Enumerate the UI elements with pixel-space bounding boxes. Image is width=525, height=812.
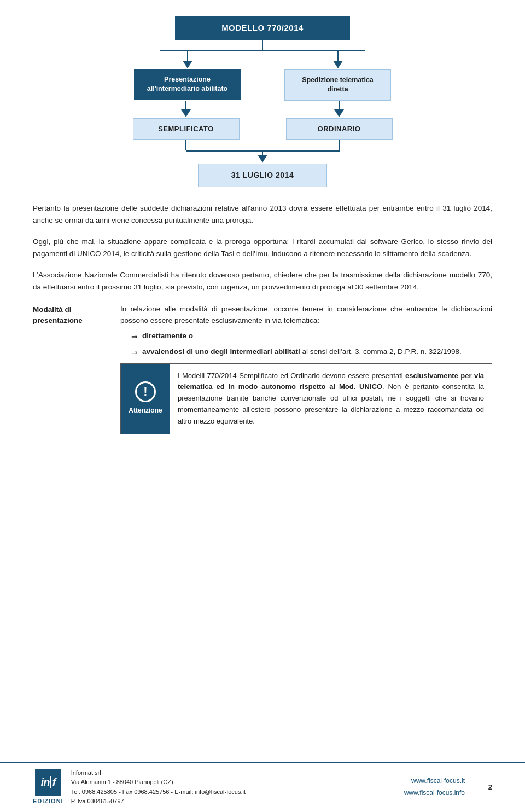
footer-logo: inf	[35, 769, 61, 796]
paragraph-1: Pertanto la presentazione delle suddette…	[33, 202, 492, 226]
right-arrow	[333, 61, 343, 68]
left-branch-box: Presentazione all'intermediario abilitat…	[134, 69, 241, 100]
footer: inf EDIZIONI Informat srl Via Alemanni 1…	[0, 762, 525, 812]
ord-conv	[286, 140, 393, 150]
diagram: MODELLO 770/2014 Presentazione all'inter…	[33, 16, 492, 187]
page: MODELLO 770/2014 Presentazione all'inter…	[0, 0, 525, 812]
ord-conv-line	[339, 140, 340, 150]
branch-row: Presentazione all'intermediario abilitat…	[133, 50, 393, 101]
ord-arrow	[334, 109, 344, 117]
footer-info: Informat srl Via Alemanni 1 - 88040 Pian…	[71, 768, 246, 807]
paragraph-3: L'Associazione Nazionale Commercialisti …	[33, 269, 492, 293]
simp-arrow	[181, 109, 191, 117]
footer-website1[interactable]: www.fiscal-focus.it	[404, 775, 465, 787]
attention-text-1: I Modelli 770/2014 Semplificato ed Ordin…	[178, 372, 405, 380]
attention-text: I Modelli 770/2014 Semplificato ed Ordin…	[170, 364, 492, 434]
footer-page-number: 2	[481, 782, 492, 793]
modalita-section: Modalità di presentazione In relazione a…	[33, 303, 492, 434]
bullet-2-rest: ai sensi dell'art. 3, comma 2, D.P.R. n.…	[300, 347, 462, 356]
attention-icon-circle: !	[135, 381, 156, 402]
footer-company: Informat srl	[71, 768, 246, 778]
simp-conv-line	[185, 140, 186, 150]
bullet-1-text: direttamente o	[142, 330, 193, 342]
bullet-1: ⇒ direttamente o	[131, 330, 492, 343]
main-content: MODELLO 770/2014 Presentazione all'inter…	[0, 0, 525, 762]
section-intro: In relazione alle modalità di presentazi…	[120, 303, 492, 327]
bullet-2: ⇒ avvalendosi di uno degli intermediari …	[131, 346, 492, 358]
ordinario-box: ORDINARIO	[286, 118, 393, 140]
ordinario-col: ORDINARIO	[286, 101, 393, 140]
left-branch-line	[187, 50, 188, 61]
attention-label: Attenzione	[129, 405, 162, 416]
footer-links: www.fiscal-focus.it www.fiscal-focus.inf…	[404, 775, 465, 799]
paragraph-2: Oggi, più che mai, la situazione appare …	[33, 236, 492, 259]
simp-ord-container: SEMPLIFICATO ORDINARIO	[133, 101, 393, 140]
luglio-arrow	[258, 155, 267, 163]
converge-horiz	[186, 150, 340, 152]
arrow-icon-1: ⇒	[131, 330, 138, 343]
bullet-2-bold: avvalendosi di uno degli intermediari ab…	[142, 347, 300, 356]
footer-logo-block: inf EDIZIONI	[33, 769, 63, 806]
attention-box: ! Attenzione I Modelli 770/2014 Semplifi…	[120, 363, 492, 434]
luglio-box: 31 LUGLIO 2014	[198, 164, 327, 187]
simp-line	[185, 101, 186, 109]
left-branch: Presentazione all'intermediario abilitat…	[133, 50, 242, 101]
right-branch-line	[337, 50, 339, 61]
top-connector-line	[262, 40, 263, 50]
section-content: In relazione alle modalità di presentazi…	[120, 303, 492, 434]
section-label: Modalità di presentazione	[33, 303, 104, 434]
converge-lines	[133, 140, 393, 150]
footer-left: inf EDIZIONI Informat srl Via Alemanni 1…	[33, 768, 246, 807]
arrow-icon-2: ⇒	[131, 346, 138, 358]
footer-address: Via Alemanni 1 - 88040 Pianopoli (CZ)	[71, 778, 246, 787]
right-branch: Spedizione telematica diretta	[283, 50, 393, 101]
branch-container: Presentazione all'intermediario abilitat…	[133, 50, 393, 101]
left-arrow	[183, 61, 192, 68]
attention-icon-box: ! Attenzione	[121, 364, 170, 434]
right-branch-box: Spedizione telematica diretta	[284, 69, 391, 101]
semplificato-box: SEMPLIFICATO	[133, 118, 240, 140]
ord-line	[339, 101, 340, 109]
modello-box: MODELLO 770/2014	[175, 16, 350, 40]
footer-tel: Tel. 0968.425805 - Fax 0968.425756 - E-m…	[71, 787, 246, 797]
footer-piva: P. Iva 03046150797	[71, 797, 246, 807]
footer-right: www.fiscal-focus.it www.fiscal-focus.inf…	[404, 775, 492, 799]
bullet-2-text: avvalendosi di uno degli intermediari ab…	[142, 346, 462, 358]
semplificato-col: SEMPLIFICATO	[133, 101, 240, 140]
footer-website2[interactable]: www.fiscal-focus.info	[404, 787, 465, 799]
simp-conv	[133, 140, 240, 150]
footer-edizioni: EDIZIONI	[33, 797, 63, 806]
